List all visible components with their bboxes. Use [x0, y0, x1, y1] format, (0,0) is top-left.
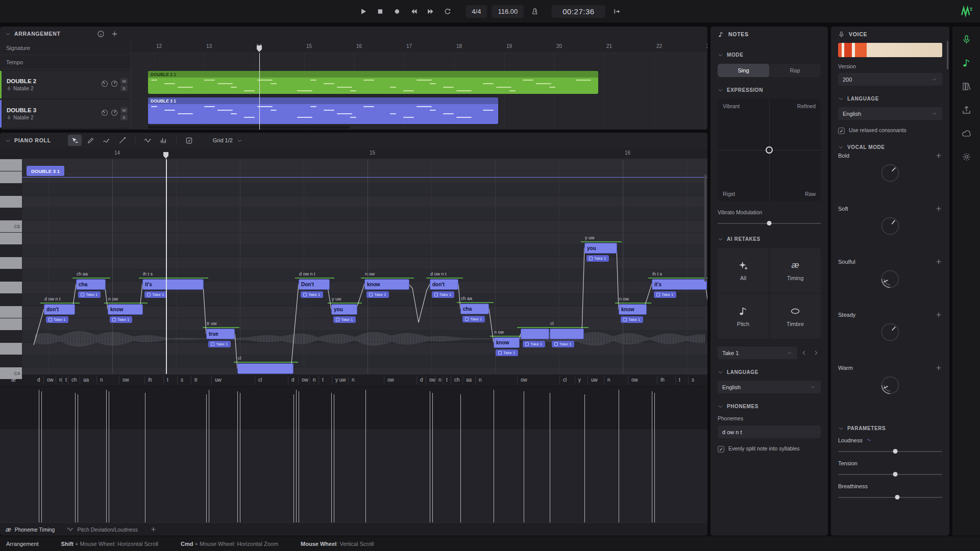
take-select[interactable]: Take 1: [718, 346, 797, 359]
phoneme-timing-marker[interactable]: [524, 391, 524, 522]
phoneme-timing-marker[interactable]: [240, 393, 240, 522]
draw-tool-button[interactable]: [84, 135, 97, 146]
note-phoneme-label[interactable]: d ow n t: [44, 296, 61, 302]
note-segment[interactable]: [550, 329, 584, 339]
clip-double-2-1[interactable]: DOUBLE 2 1: [148, 71, 598, 94]
version-select[interactable]: 200: [838, 73, 942, 86]
soft-knob[interactable]: [838, 214, 942, 238]
phoneme-token[interactable]: n: [479, 377, 482, 383]
fast-forward-button[interactable]: [424, 5, 437, 18]
note-know[interactable]: know: [108, 304, 143, 315]
phoneme-token[interactable]: ih: [660, 377, 665, 383]
phoneme-token[interactable]: uw: [591, 377, 598, 383]
note-phoneme-label[interactable]: y uw: [332, 296, 341, 302]
vocal-mode-section-header[interactable]: VOCAL MODE: [838, 144, 942, 150]
phoneme-token[interactable]: aa: [466, 377, 472, 383]
add-lane-button[interactable]: [150, 526, 157, 533]
warm-knob[interactable]: [838, 373, 942, 397]
note-it's[interactable]: it's: [652, 279, 707, 290]
steady-knob[interactable]: [838, 320, 942, 344]
pan-knob[interactable]: [101, 80, 108, 89]
note-phoneme-label[interactable]: cl: [550, 321, 554, 326]
stop-button[interactable]: [373, 5, 386, 18]
phoneme-timing-marker[interactable]: [75, 393, 76, 522]
voice-language-select[interactable]: English: [838, 107, 942, 120]
expression-handle[interactable]: [766, 146, 773, 154]
phonemes-input[interactable]: d ow n t: [718, 425, 821, 438]
phoneme-token[interactable]: ch: [71, 377, 77, 383]
mute-button[interactable]: M: [120, 78, 128, 84]
phoneme-timing-marker[interactable]: [430, 391, 430, 522]
phoneme-token[interactable]: y uw: [335, 377, 346, 383]
volume-knob[interactable]: [111, 80, 118, 89]
info-button[interactable]: [97, 30, 105, 38]
split-syllables-checkbox[interactable]: Evenly split note into syllables: [718, 445, 821, 453]
time-display[interactable]: 00:27:36: [551, 5, 605, 18]
take-chip[interactable]: Take 1: [366, 291, 389, 298]
phoneme-timing-marker[interactable]: [334, 394, 334, 522]
phoneme-token[interactable]: d: [291, 377, 295, 383]
phoneme-timing-marker[interactable]: [106, 390, 107, 522]
retake-all-button[interactable]: All: [718, 248, 769, 293]
take-chip[interactable]: Take 1: [144, 291, 167, 298]
note-cha[interactable]: cha: [76, 279, 106, 290]
phoneme-timing-marker[interactable]: [206, 394, 207, 522]
phoneme-timing-marker[interactable]: [39, 390, 39, 522]
phoneme-token[interactable]: n: [352, 377, 355, 383]
phoneme-timing-marker[interactable]: [652, 391, 652, 522]
track-double-2[interactable]: DOUBLE 2 Natalie 2 MS: [0, 71, 131, 98]
phoneme-timing-marker[interactable]: [494, 390, 494, 522]
note-don't[interactable]: don't: [430, 279, 458, 290]
record-button[interactable]: [390, 5, 403, 18]
vibrato-modulation-slider[interactable]: [718, 221, 821, 226]
collapse-chevron-icon[interactable]: [5, 138, 11, 143]
note-phoneme-label[interactable]: tr uw: [207, 321, 217, 326]
signature-row[interactable]: Signature: [0, 41, 131, 55]
note-know[interactable]: know: [364, 279, 409, 290]
phoneme-token[interactable]: cl: [563, 377, 567, 383]
phoneme-timing-marker[interactable]: [619, 390, 619, 522]
phoneme-timing-marker[interactable]: [209, 390, 209, 522]
solo-button[interactable]: S: [120, 85, 128, 91]
phoneme-token[interactable]: d: [420, 377, 423, 383]
phoneme-token[interactable]: ih: [148, 377, 152, 383]
take-chip[interactable]: Take 1: [621, 316, 643, 323]
white-key[interactable]: [0, 257, 22, 269]
library-rail-button[interactable]: [962, 82, 971, 91]
note-phoneme-label[interactable]: d ow n t: [299, 271, 315, 277]
white-key[interactable]: [0, 233, 22, 244]
retake-timbre-button[interactable]: Timbre: [770, 294, 821, 339]
loop-button[interactable]: [440, 5, 454, 18]
take-chip[interactable]: Take 1: [110, 316, 132, 323]
cloud-rail-button[interactable]: [962, 129, 971, 138]
note-phoneme-label[interactable]: y uw: [585, 235, 595, 240]
phoneme-timing-marker[interactable]: [41, 391, 42, 522]
phoneme-timing-marker[interactable]: [654, 393, 655, 522]
note-it's[interactable]: it's: [142, 279, 204, 290]
note-phoneme-label[interactable]: ih t s: [652, 271, 662, 277]
playhead[interactable]: [259, 53, 260, 130]
curve-tool-button[interactable]: [100, 135, 113, 146]
rewind-button[interactable]: [407, 5, 420, 18]
note-segment[interactable]: [521, 329, 549, 339]
take-chip[interactable]: Take 1: [432, 291, 454, 298]
phoneme-token[interactable]: n: [313, 377, 316, 383]
phoneme-timing-marker[interactable]: [365, 390, 366, 522]
black-key[interactable]: [0, 294, 22, 306]
mute-button[interactable]: M: [120, 107, 128, 113]
breathiness-slider[interactable]: [838, 495, 942, 500]
phoneme-timing-marker[interactable]: [78, 394, 78, 522]
add-track-button[interactable]: [111, 30, 118, 38]
white-key[interactable]: [0, 343, 22, 355]
phoneme-token[interactable]: s: [181, 377, 183, 383]
solo-button[interactable]: S: [120, 114, 128, 120]
tempo-display[interactable]: 116.00: [492, 5, 524, 18]
soulful-knob[interactable]: [838, 267, 942, 291]
clip-tab[interactable]: DOUBLE 3 1: [27, 166, 64, 176]
white-key[interactable]: [0, 318, 22, 330]
white-key[interactable]: [0, 306, 22, 318]
next-take-button[interactable]: [811, 346, 821, 359]
bold-knob[interactable]: [838, 161, 942, 185]
phoneme-token[interactable]: n: [607, 377, 610, 383]
relaxed-consonants-checkbox[interactable]: Use relaxed consonants: [838, 127, 942, 134]
